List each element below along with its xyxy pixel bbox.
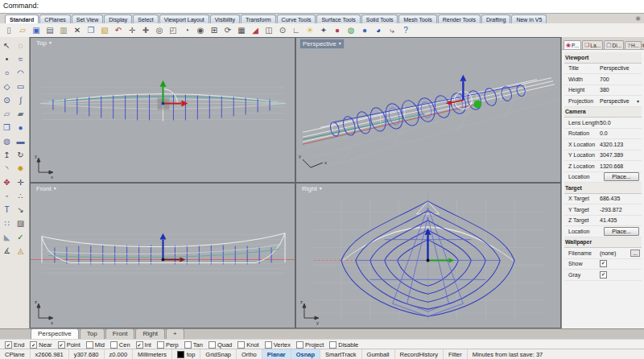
ortho-icon[interactable]: ∟ xyxy=(290,24,303,36)
checkbox-icon[interactable] xyxy=(86,341,93,349)
osnap-tan[interactable]: Tan xyxy=(184,341,203,349)
zoom-extents-icon[interactable]: ⊞ xyxy=(208,24,221,36)
export-icon[interactable]: ▥ xyxy=(57,24,70,36)
vptab-right[interactable]: Right xyxy=(135,328,165,339)
status-minutes[interactable]: Minutes from last save: 37 xyxy=(468,349,644,359)
mesh-icon[interactable]: ◬ xyxy=(14,244,27,258)
curve-edit-icon[interactable]: ∴ xyxy=(14,189,27,203)
tab-visibility[interactable]: Visibility xyxy=(210,14,240,23)
point-edit-icon[interactable]: ◦ xyxy=(0,189,14,203)
render-icon[interactable]: ● xyxy=(331,24,344,36)
check-icon[interactable]: ✓ xyxy=(14,230,27,244)
open-file-icon[interactable]: ▱ xyxy=(16,24,29,36)
viewport-perspective-label[interactable]: Perspective ▾ xyxy=(299,39,345,49)
checkbox-icon[interactable] xyxy=(296,341,303,349)
panel-tab-display[interactable]: ▢ Di... xyxy=(604,40,624,49)
status-units[interactable]: Millimeters xyxy=(133,349,172,359)
status-planar[interactable]: Planar xyxy=(262,349,291,359)
viewport-top[interactable]: x y Top ▾ xyxy=(31,38,295,182)
checkbox-icon[interactable] xyxy=(237,341,245,349)
zoom-dynamic-icon[interactable]: ◔ xyxy=(180,24,193,36)
lasso-select-icon[interactable]: ◌ xyxy=(14,39,27,52)
panel-tab-help[interactable]: ? H... xyxy=(625,41,642,49)
gumball-icon[interactable]: ✛ xyxy=(14,175,27,189)
vptab-top[interactable]: Top xyxy=(80,328,105,339)
tab-mesh-tools[interactable]: Mesh Tools xyxy=(398,14,436,23)
panel-checkbox[interactable]: ✔ xyxy=(600,260,607,267)
cylinder-icon[interactable]: ◍ xyxy=(0,134,14,148)
checkbox-icon[interactable] xyxy=(329,341,336,349)
osnap-quad[interactable]: Quad xyxy=(208,341,232,349)
status-recordhistory[interactable]: RecordHistory xyxy=(395,349,444,359)
viewport-menu-arrow-icon[interactable]: ▾ xyxy=(49,39,52,47)
viewport-layout-icon[interactable]: ▦ xyxy=(235,24,248,36)
viewport-menu-arrow-icon[interactable]: ▾ xyxy=(320,184,322,193)
osnap-vertex[interactable]: Vertex xyxy=(265,341,291,349)
checkbox-icon[interactable]: ✔ xyxy=(5,341,12,349)
status-osnap[interactable]: Osnap xyxy=(291,349,320,359)
tab-cplanes[interactable]: CPlanes xyxy=(39,14,70,23)
sphere-icon[interactable]: ● xyxy=(14,121,27,134)
osnap-end[interactable]: ✔ End xyxy=(5,341,24,349)
checkbox-icon[interactable] xyxy=(208,341,216,349)
tab-render-tools[interactable]: Render Tools xyxy=(438,14,481,23)
freeform-curve-icon[interactable]: ∫ xyxy=(14,93,27,107)
point-icon[interactable]: • xyxy=(0,52,14,66)
zoom-window-icon[interactable]: ◰ xyxy=(167,24,180,36)
vptab-perspective[interactable]: Perspective xyxy=(31,328,79,339)
object-snap-icon[interactable]: ⊙ xyxy=(276,24,289,36)
rectangle-icon[interactable]: ▭ xyxy=(14,80,27,93)
checkbox-icon[interactable] xyxy=(110,341,118,349)
pan-icon[interactable]: ✛ xyxy=(126,24,138,36)
tab-curve-tools[interactable]: Curve Tools xyxy=(277,14,316,23)
osnap-knot[interactable]: Knot xyxy=(237,341,258,349)
tab-solid-tools[interactable]: Solid Tools xyxy=(361,14,398,23)
status-layer[interactable]: top xyxy=(172,349,200,359)
panel-tab-layers[interactable]: ❏ La... xyxy=(582,40,603,49)
checkbox-icon[interactable] xyxy=(184,341,192,349)
status-ortho[interactable]: Ortho xyxy=(237,349,262,359)
osnap-cen[interactable]: Cen xyxy=(110,341,130,349)
leader-icon[interactable]: ↘ xyxy=(14,203,27,217)
paste-icon[interactable]: ▧ xyxy=(98,24,111,36)
status-x[interactable]: x2606.981 xyxy=(31,349,69,359)
named-view-icon[interactable]: ◫ xyxy=(262,24,275,36)
status-gridsnap[interactable]: GridSnap xyxy=(200,349,237,359)
checkbox-icon[interactable] xyxy=(157,341,164,349)
tab-standard[interactable]: Standard xyxy=(5,14,39,23)
zoom-icon[interactable]: ◎ xyxy=(153,24,166,36)
viewport-right-label[interactable]: Right ▾ xyxy=(299,184,324,193)
checkbox-icon[interactable] xyxy=(265,341,272,349)
checkbox-icon[interactable]: ✔ xyxy=(58,341,65,349)
help-icon[interactable]: ? xyxy=(399,24,412,36)
new-file-icon[interactable]: ▯ xyxy=(2,24,15,36)
tab-drafting[interactable]: Drafting xyxy=(481,14,511,23)
osnap-perp[interactable]: Perp xyxy=(157,341,179,349)
viewport-menu-arrow-icon[interactable]: ▾ xyxy=(54,184,56,193)
text-tool-icon[interactable]: T xyxy=(0,203,14,217)
status-z[interactable]: z0.000 xyxy=(105,349,134,359)
light-icon[interactable]: ☀ xyxy=(303,24,316,36)
copy-icon[interactable]: ❐ xyxy=(85,24,97,36)
ellipse-icon[interactable]: ⊙ xyxy=(0,93,14,107)
extrude-icon[interactable]: ↥ xyxy=(0,148,14,162)
polygon-icon[interactable]: ◇ xyxy=(0,80,14,93)
osnap-near[interactable]: ✔ Near xyxy=(30,341,52,349)
tab-display[interactable]: Display xyxy=(104,14,132,23)
rotate-view-icon[interactable]: ⟳ xyxy=(221,24,234,36)
color-wheel-icon[interactable]: ◍ xyxy=(345,24,357,36)
browse-button[interactable]: ... xyxy=(630,250,640,257)
status-y[interactable]: y307.680 xyxy=(69,349,105,359)
checkbox-icon[interactable]: ✔ xyxy=(136,341,143,349)
move-tool-icon[interactable]: ✥ xyxy=(0,175,14,189)
hatch-icon[interactable]: ▨ xyxy=(14,217,27,230)
cplane-icon[interactable]: ◢ xyxy=(249,24,262,36)
tab-viewport-layout[interactable]: Viewport Layout xyxy=(159,14,209,23)
patch-icon[interactable]: ▰ xyxy=(14,107,27,121)
viewport-right[interactable]: y z Right ▾ xyxy=(296,184,560,328)
status-gumball[interactable]: Gumball xyxy=(362,349,395,359)
toolbar-options-icon[interactable]: ✱ xyxy=(635,15,641,23)
status-smarttrack[interactable]: SmartTrack xyxy=(320,349,361,359)
vptab-add[interactable]: + xyxy=(166,328,184,339)
osnap-point[interactable]: ✔ Point xyxy=(58,341,80,349)
